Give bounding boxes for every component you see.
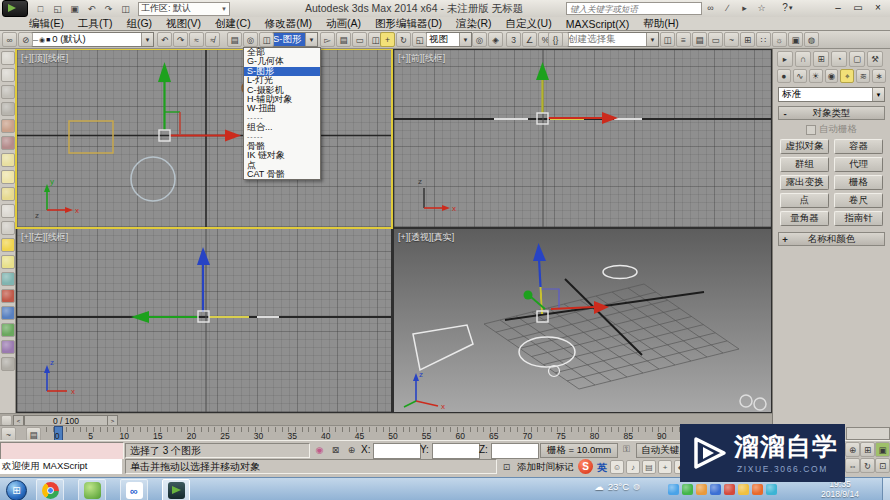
chevron-down-icon[interactable]: ▼ [646,33,658,46]
scene-explorer-icon[interactable]: ▤ [227,32,242,47]
left-tool-gray-ball-icon[interactable] [1,357,15,371]
mirror-icon[interactable]: ◫ [660,32,675,47]
left-tool-dice-icon[interactable] [1,136,15,150]
left-tool-camera-icon[interactable] [1,102,15,116]
align-icon[interactable]: ≡ [676,32,691,47]
close-button[interactable]: × [869,1,887,14]
zoom-icon[interactable]: ⊕ [845,442,860,457]
front-viewport-canvas[interactable]: x z [394,50,771,227]
layer-dropdown[interactable]: ——◉■ 0 (默认) ▼ [20,32,154,47]
motion-tab-icon[interactable]: ◔ [831,51,847,67]
left-tool-shape1-icon[interactable] [1,153,15,167]
baidu-netdisk-icon[interactable]: ∞ [120,479,148,500]
chevron-down-icon[interactable]: ▼ [141,33,153,46]
3ds-max-icon[interactable] [162,479,190,500]
display-tab-icon[interactable]: ▢ [849,51,865,67]
chevron-down-icon[interactable]: ▼ [305,33,317,46]
viewport-perspective[interactable]: z x [+][透视][真实] [394,229,771,412]
undo-icon[interactable]: ↶ [157,32,172,47]
object-type-rollout[interactable]: - 对象类型 [778,106,885,120]
workspace-selector[interactable]: 工作区: 默认 ▼ [138,2,230,16]
select-object-icon[interactable]: ▻ [320,32,335,47]
helper-button-卷尺[interactable]: 卷尺 [834,193,883,208]
undo-icon[interactable]: ↶ [84,2,99,15]
select-and-link-icon[interactable]: ∞ [2,32,17,47]
menu-item-2[interactable]: 工具(T) [71,17,119,31]
rectangular-region-icon[interactable]: ▭ [352,32,367,47]
left-tool-purple-icon[interactable] [1,340,15,354]
ime-mic-icon[interactable]: ♪ [626,460,640,474]
sogou-ime-icon[interactable]: S [578,459,593,474]
left-tool-speaker-icon[interactable] [1,119,15,133]
z-coordinate-field[interactable] [491,443,539,459]
name-color-rollout[interactable]: + 名称和颜色 [778,232,885,246]
viewport-label[interactable]: [+][左][线框] [21,231,68,244]
utilities-tab-icon[interactable]: ⚒ [867,51,883,67]
menu-item-5[interactable]: 创建(C) [208,17,258,31]
new-file-icon[interactable]: □ [33,2,48,15]
render-setup-icon[interactable]: ☼ [772,32,787,47]
save-file-icon[interactable]: ▣ [67,2,82,15]
left-tool-red-ball-icon[interactable] [1,289,15,303]
hierarchy-tab-icon[interactable]: ⊞ [813,51,829,67]
pan-icon[interactable]: ⇔ [845,458,860,473]
track-bar[interactable]: ~ ▤ 051015202530354045505560657075808590… [0,425,772,441]
app-menu-button[interactable] [2,0,28,17]
helper-button-容器[interactable]: 容器 [834,139,883,154]
helper-category-dropdown[interactable]: 标准 ▼ [778,87,885,102]
left-tool-green-icon[interactable] [1,323,15,337]
select-and-scale-icon[interactable]: ◱ [412,32,427,47]
taskbar-clock[interactable]: 19:35 2018/9/14 [808,480,872,499]
left-tool-box-icon[interactable] [1,68,15,82]
menu-item-8[interactable]: 图形编辑器(D) [368,17,449,31]
menu-item-6[interactable]: 修改器(M) [258,17,319,31]
x-coordinate-field[interactable] [373,443,421,459]
chevron-down-icon[interactable]: ▼ [459,33,471,46]
selection-lock-icon[interactable]: ◎ [243,32,258,47]
helper-button-虚拟对象[interactable]: 虚拟对象 [780,139,829,154]
system-tray-weather[interactable]: ☁ 23°C ◍ [594,481,640,492]
rectangle-shape[interactable] [69,121,113,153]
y-coordinate-field[interactable] [432,443,480,459]
ime-keyboard-icon[interactable]: ▤ [642,460,656,474]
select-by-name-icon[interactable]: ▤ [336,32,351,47]
helper-button-指南针[interactable]: 指南针 [834,211,883,226]
tray-icon-2[interactable] [682,484,693,495]
tray-icon-3[interactable] [696,484,707,495]
left-tool-curve-icon[interactable] [1,51,15,65]
set-key-icon[interactable]: ⚿ [620,443,633,456]
selection-lock-icon[interactable]: ⊠ [329,443,342,456]
left-viewport-canvas[interactable]: z x [17,229,391,412]
material-editor-icon[interactable]: ∷ [756,32,771,47]
show-desktop-button[interactable] [882,478,890,500]
gizmo-y-axis[interactable] [531,297,545,309]
menu-item-10[interactable]: 自定义(U) [499,17,559,31]
use-pivot-center-icon[interactable]: ◎ [472,32,487,47]
perspective-viewport-canvas[interactable]: z x [394,229,771,412]
filter-option[interactable]: CAT 骨骼 [244,170,320,179]
macro-recorder-pane[interactable] [0,442,124,460]
graphite-ribbon-icon[interactable]: ▭ [708,32,723,47]
isolate-selection-icon[interactable]: ◉ [313,443,326,456]
create-tab-icon[interactable]: ▸ [777,51,793,67]
viewport-label[interactable]: [+][顶][线框] [21,52,68,65]
viewport-label[interactable]: [+][前][线框] [398,52,445,65]
menu-item-3[interactable]: 组(G) [119,17,159,31]
left-tool-stack-icon[interactable] [1,272,15,286]
menu-item-1[interactable]: 编辑(E) [22,17,71,31]
coreldraw-icon[interactable] [78,479,106,500]
shapes-icon[interactable]: ∿ [793,69,807,83]
rectangle-shape[interactable] [413,325,473,370]
rendered-frame-icon[interactable]: ▣ [788,32,803,47]
search-input[interactable] [566,2,702,15]
left-tool-bulb-icon[interactable] [1,255,15,269]
selection-filter-dropdown[interactable]: S-图形 ▼ [270,32,318,47]
minimize-button[interactable]: – [829,1,847,14]
select-and-manipulate-icon[interactable]: ◈ [488,32,503,47]
add-time-tag[interactable]: 添加时间标记 [517,461,574,474]
ellipse-shape[interactable] [603,266,637,279]
menu-item-11[interactable]: MAXScript(X) [559,18,637,30]
pen-icon[interactable]: ∕ [720,1,735,14]
left-tool-sun-icon[interactable] [1,238,15,252]
redo-icon[interactable]: ↷ [173,32,188,47]
